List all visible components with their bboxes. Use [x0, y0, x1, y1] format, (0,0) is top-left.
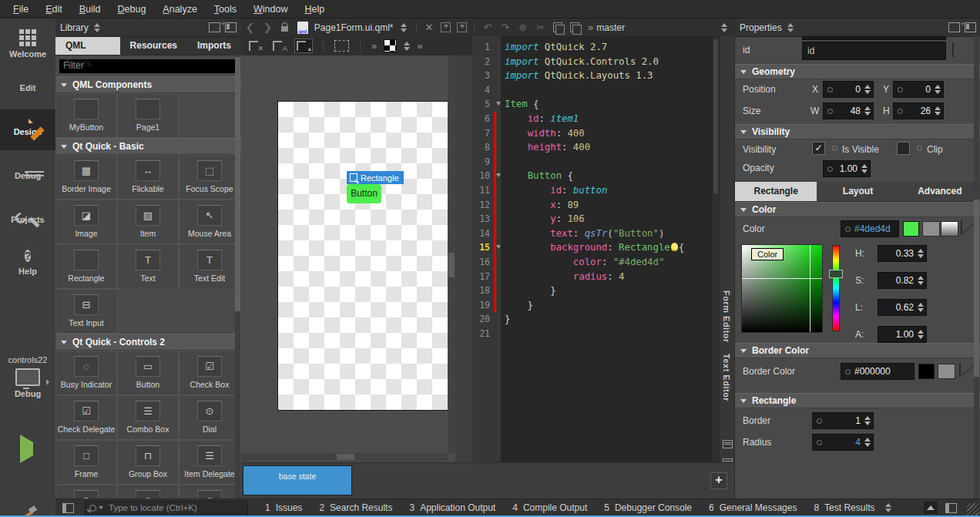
border-transparent-mode-button[interactable]: [959, 363, 961, 378]
output-tab-application-output[interactable]: 3Application Output: [409, 502, 495, 513]
library-item-page-icon[interactable]: ▯: [117, 485, 179, 499]
snap-anchors-icon[interactable]: A: [271, 39, 288, 52]
tab-text-editor[interactable]: Text Editor: [722, 354, 731, 401]
locator-input[interactable]: Type to locate (Ctrl+K): [85, 501, 248, 515]
panel-selector-icon[interactable]: [94, 23, 100, 32]
document-selector-icon[interactable]: [401, 23, 407, 32]
section-rectangle[interactable]: Rectangle: [735, 393, 980, 408]
library-item-mybutton[interactable]: MyButton: [55, 93, 117, 138]
tab-imports[interactable]: Imports: [187, 37, 241, 55]
mode-design[interactable]: Design: [0, 109, 55, 150]
output-tab-debugger-console[interactable]: 5Debugger Console: [604, 502, 692, 513]
refactor-hint-bulb-icon[interactable]: [671, 243, 678, 251]
editor-scrollbar[interactable]: [713, 36, 719, 462]
bounding-rectangles-icon[interactable]: [334, 40, 349, 52]
library-scrollbar[interactable]: [235, 55, 240, 499]
copy-icon[interactable]: [553, 22, 562, 32]
menu-build[interactable]: Build: [71, 4, 109, 15]
width-spinbox[interactable]: 48: [823, 102, 874, 119]
library-item-combo-box[interactable]: ☰Combo Box: [117, 395, 179, 440]
hue-spinbox[interactable]: 0.33: [878, 245, 927, 262]
redo-icon[interactable]: ↷: [501, 22, 509, 33]
no-snapping-icon[interactable]: ✕: [247, 39, 264, 52]
tab-qml-types[interactable]: QML Types: [55, 37, 120, 55]
radius-spinbox[interactable]: 4: [812, 434, 874, 451]
library-item-focus-scope[interactable]: ⬚Focus Scope: [179, 155, 240, 200]
paste-icon[interactable]: [570, 22, 579, 32]
designed-button[interactable]: Button: [347, 184, 381, 203]
design-surface[interactable]: Rectangle Button: [277, 101, 448, 411]
overflow-chevron-icon[interactable]: »: [588, 22, 593, 33]
y-spinbox[interactable]: 0: [893, 81, 944, 98]
output-tab-search-results[interactable]: 2Search Results: [319, 502, 392, 513]
clip-checkbox[interactable]: [897, 142, 910, 155]
mode-help[interactable]: Help: [0, 241, 55, 282]
open-in-window-icon[interactable]: [457, 22, 467, 32]
output-tab-compile-output[interactable]: 4Compile Output: [512, 502, 587, 513]
git-branch-label[interactable]: master: [596, 22, 625, 33]
output-tab-general-messages[interactable]: 6General Messages: [709, 502, 797, 513]
library-item-text[interactable]: TText: [117, 244, 179, 289]
hue-slider[interactable]: [832, 245, 840, 331]
mode-welcome[interactable]: Welcome: [0, 22, 55, 62]
opacity-spinbox[interactable]: 1.00: [823, 160, 871, 177]
hue-slider-handle[interactable]: [829, 270, 843, 278]
library-item-item[interactable]: ▨Item: [117, 200, 179, 244]
id-input[interactable]: id: [802, 42, 946, 60]
properties-tab-layout[interactable]: Layout: [817, 182, 898, 201]
output-tab-test-results[interactable]: 8Test Results: [814, 502, 874, 513]
library-item-mouse-area[interactable]: ↖Mouse Area: [179, 200, 240, 244]
toolbar-chevron-icon[interactable]: »: [371, 40, 377, 52]
library-item-image[interactable]: ◪Image: [55, 200, 117, 244]
library-section-header[interactable]: QML Components: [55, 76, 241, 93]
saturation-lightness-picker[interactable]: Color: [741, 244, 823, 333]
properties-tab-advanced[interactable]: Advanced: [899, 182, 980, 201]
tab-resources[interactable]: Resources: [120, 37, 187, 55]
canvas-horizontal-scrollbar[interactable]: [241, 453, 448, 461]
section-border-color[interactable]: Border Color: [735, 343, 980, 358]
forward-icon[interactable]: ❯: [263, 22, 272, 33]
cut-icon[interactable]: ✂: [536, 22, 545, 33]
tab-form-editor[interactable]: Form Editor: [722, 290, 731, 343]
transparent-mode-button[interactable]: [961, 220, 962, 235]
document-filename[interactable]: Page1Form.ui.qml*: [314, 22, 394, 33]
section-color[interactable]: Color: [735, 202, 980, 217]
outline-icon[interactable]: [723, 440, 733, 448]
add-state-button[interactable]: +: [710, 472, 727, 489]
library-item-check-delegate[interactable]: ☑Check Delegate: [55, 395, 117, 440]
library-item-rectangle[interactable]: Rectangle: [55, 244, 117, 289]
border-color-input[interactable]: #000000: [841, 363, 915, 380]
library-item-text-input[interactable]: ⊟Text Input: [55, 289, 117, 334]
library-item-dial[interactable]: ⊙Dial: [179, 395, 240, 440]
library-item-check-box[interactable]: ☑Check Box: [179, 351, 240, 395]
close-panel-icon[interactable]: [965, 22, 976, 32]
close-panel-icon[interactable]: [225, 22, 237, 32]
library-item-group-box[interactable]: ⊓Group Box: [117, 440, 179, 485]
properties-tab-rectangle[interactable]: Rectangle: [735, 182, 817, 201]
close-document-icon[interactable]: ✕: [425, 22, 434, 33]
library-item-frame[interactable]: □Frame: [55, 440, 117, 485]
base-state-tile[interactable]: base state: [243, 465, 352, 495]
toggle-right-sidebar-icon[interactable]: [945, 503, 957, 513]
menu-debug[interactable]: Debug: [109, 4, 155, 15]
section-visibility[interactable]: Visibility: [735, 124, 980, 139]
library-item-page-indicator-icon[interactable]: ▯: [179, 485, 240, 499]
x-spinbox[interactable]: 0: [823, 81, 874, 98]
run-button[interactable]: [20, 442, 33, 456]
library-item-button[interactable]: ▭Button: [117, 351, 179, 395]
library-item-page1[interactable]: Page1: [117, 93, 179, 138]
branch-selector-icon[interactable]: [721, 23, 727, 32]
editor-code[interactable]: import QtQuick 2.7import QtQuick.Control…: [501, 36, 713, 462]
library-section-header[interactable]: Qt Quick - Controls 2: [55, 334, 241, 351]
border-width-spinbox[interactable]: 1: [812, 412, 874, 429]
canvas-vertical-scrollbar[interactable]: [448, 55, 455, 453]
zoom-selector-icon[interactable]: [404, 42, 410, 51]
section-geometry[interactable]: Geometry: [735, 64, 980, 79]
form-editor-canvas[interactable]: Rectangle Button: [241, 55, 472, 462]
lightness-spinbox[interactable]: 0.62: [878, 299, 927, 316]
back-icon[interactable]: ❮: [246, 22, 254, 33]
resize-grip[interactable]: [967, 503, 979, 515]
solid-color-mode-button[interactable]: [922, 221, 940, 237]
split-panel-icon[interactable]: [209, 22, 220, 32]
output-selector-icon[interactable]: [885, 503, 891, 512]
